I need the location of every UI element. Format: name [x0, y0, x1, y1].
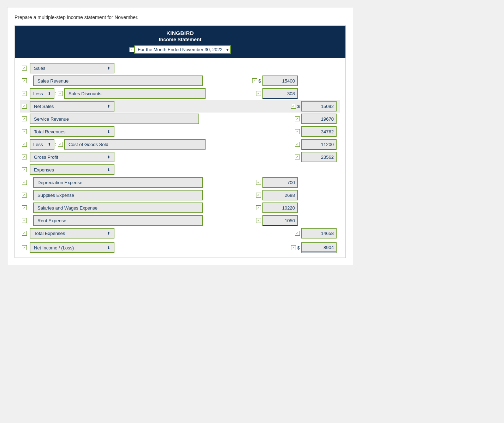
less-dropdown-discounts[interactable]: Less ⬍: [30, 88, 54, 99]
statement-title: Income Statement: [18, 37, 342, 42]
net-sales-arrow: ⬍: [107, 104, 110, 109]
net-income-dollar: $: [297, 245, 300, 250]
total-expenses-dropdown[interactable]: Total Expenses ⬍: [30, 228, 114, 238]
supplies-amt-cb[interactable]: [256, 193, 261, 198]
expenses-row: Expenses ⬍: [20, 163, 340, 176]
depreciation-checkbox[interactable]: [22, 180, 27, 185]
supplies-checkbox[interactable]: [22, 193, 27, 198]
depreciation-amount: 700: [262, 177, 298, 188]
expenses-checkbox[interactable]: [22, 167, 27, 172]
total-revenues-dropdown[interactable]: Total Revenues ⬍: [30, 126, 114, 137]
sales-discounts-amt-cb[interactable]: [256, 91, 261, 96]
net-sales-dollar: $: [297, 104, 300, 109]
rent-amt-cb[interactable]: [256, 218, 261, 223]
expenses-dropdown[interactable]: Expenses ⬍: [30, 164, 114, 175]
net-sales-amount: 15092: [301, 101, 337, 111]
period-select-wrap: For the Month Ended November 30, 2022 ▼: [134, 45, 231, 54]
service-revenue-input[interactable]: Service Revenue: [30, 114, 199, 124]
expenses-label: Expenses: [34, 167, 54, 173]
net-income-amount: 8904: [301, 242, 337, 253]
gross-profit-dropdown[interactable]: Gross Profit ⬍: [30, 152, 114, 162]
total-expenses-amount: 14658: [301, 228, 337, 238]
sales-checkbox[interactable]: [22, 66, 27, 71]
sales-revenue-label: Sales Revenue: [37, 78, 69, 84]
net-sales-label: Net Sales: [34, 104, 54, 109]
gross-profit-row: Gross Profit ⬍ 23562: [20, 151, 340, 163]
net-sales-amt-cb[interactable]: [291, 104, 296, 109]
net-income-dropdown[interactable]: Net Income / (Loss) ⬍: [30, 242, 114, 253]
cogs-input[interactable]: Cost of Goods Sold: [64, 139, 206, 150]
supplies-row: Supplies Expense 2688: [20, 189, 340, 201]
service-revenue-amount: 19670: [301, 114, 337, 124]
expenses-arrow: ⬍: [107, 168, 110, 172]
rent-input[interactable]: Rent Expense: [33, 215, 203, 226]
gross-profit-amt-cb[interactable]: [295, 155, 300, 159]
cogs-amt-cb[interactable]: [295, 142, 300, 147]
total-expenses-row: Total Expenses ⬍ 14658: [20, 227, 340, 240]
net-sales-row: Net Sales ⬍ $ 15092: [20, 100, 340, 113]
sales-discounts-cb2[interactable]: [58, 91, 63, 96]
cogs-cb2[interactable]: [58, 142, 63, 147]
sales-revenue-dollar: $: [259, 78, 261, 84]
sales-revenue-amount: 15400: [262, 75, 298, 86]
depreciation-input[interactable]: Depreciation Expense: [33, 177, 203, 188]
rent-label: Rent Expense: [37, 218, 66, 223]
net-income-checkbox[interactable]: [22, 245, 27, 250]
sales-discounts-cb1[interactable]: [22, 91, 27, 96]
total-revenues-amt-cb[interactable]: [295, 129, 300, 134]
total-revenues-row: Total Revenues ⬍ 34762: [20, 125, 340, 138]
rent-amount: 1050: [262, 215, 298, 226]
rent-checkbox[interactable]: [22, 218, 27, 223]
net-sales-checkbox[interactable]: [22, 104, 27, 109]
total-expenses-checkbox[interactable]: [22, 231, 27, 236]
less-arrow-cogs: ⬍: [48, 142, 51, 147]
sales-discounts-amount: 308: [262, 88, 298, 99]
less-label-cogs: Less: [33, 142, 43, 147]
sales-discounts-label: Sales Discounts: [69, 91, 101, 96]
salaries-label: Salaries and Wages Expense: [37, 205, 97, 211]
less-label-discounts: Less: [33, 91, 43, 96]
sales-revenue-checkbox[interactable]: [22, 78, 27, 83]
sales-revenue-row: Sales Revenue $ 15400: [20, 74, 340, 87]
sales-dropdown[interactable]: Sales ⬍: [30, 63, 114, 73]
gross-profit-checkbox[interactable]: [22, 155, 27, 159]
instruction-text: Prepare a multiple-step income statement…: [14, 14, 346, 20]
depreciation-row: Depreciation Expense 700: [20, 176, 340, 189]
salaries-amt-cb[interactable]: [256, 205, 261, 210]
total-revenues-checkbox[interactable]: [22, 129, 27, 134]
sales-revenue-input[interactable]: Sales Revenue: [33, 75, 203, 86]
total-revenues-amount: 34762: [301, 126, 337, 137]
colon-cogs: :: [55, 141, 57, 147]
supplies-input[interactable]: Supplies Expense: [33, 190, 203, 200]
sales-arrow: ⬍: [107, 66, 110, 71]
supplies-amount: 2688: [262, 190, 298, 200]
period-checkbox[interactable]: [129, 47, 134, 52]
statement-header: KINGBIRD Income Statement For the Month …: [15, 26, 345, 58]
cogs-row: Less ⬍ : Cost of Goods Sold 11200: [20, 138, 340, 151]
sales-discounts-input[interactable]: Sales Discounts: [64, 88, 206, 99]
gross-profit-amount: 23562: [301, 152, 337, 162]
cogs-label: Cost of Goods Sold: [69, 142, 108, 147]
net-sales-dropdown[interactable]: Net Sales ⬍: [30, 101, 114, 111]
sales-discounts-row: Less ⬍ : Sales Discounts 308: [20, 87, 340, 100]
gross-profit-arrow: ⬍: [107, 155, 110, 159]
service-revenue-checkbox[interactable]: [22, 116, 27, 121]
cogs-cb1[interactable]: [22, 142, 27, 147]
salaries-input[interactable]: Salaries and Wages Expense: [33, 203, 203, 213]
rent-row: Rent Expense 1050: [20, 214, 340, 227]
period-select[interactable]: For the Month Ended November 30, 2022: [134, 45, 231, 54]
depreciation-amt-cb[interactable]: [256, 180, 261, 185]
service-revenue-amt-cb[interactable]: [295, 116, 300, 121]
company-name: KINGBIRD: [18, 30, 342, 36]
net-income-label: Net Income / (Loss): [34, 245, 74, 250]
net-income-arrow: ⬍: [107, 246, 110, 250]
depreciation-label: Depreciation Expense: [37, 180, 82, 185]
main-container: Prepare a multiple-step income statement…: [7, 7, 353, 265]
sales-revenue-amt-checkbox[interactable]: [252, 78, 257, 83]
net-income-amt-cb[interactable]: [291, 245, 296, 250]
salaries-checkbox[interactable]: [22, 205, 27, 210]
statement-content: Sales ⬍ Sales Revenue $ 15400: [15, 58, 345, 258]
total-expenses-amt-cb[interactable]: [295, 231, 300, 236]
supplies-label: Supplies Expense: [37, 193, 74, 198]
less-dropdown-cogs[interactable]: Less ⬍: [30, 139, 54, 150]
